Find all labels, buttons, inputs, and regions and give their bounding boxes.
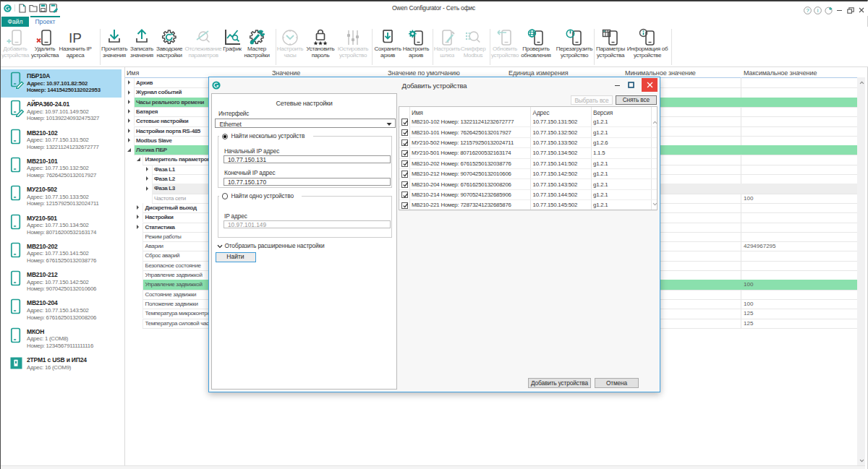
svg-text:?: ?	[806, 7, 809, 14]
svg-text:i: i	[817, 7, 819, 14]
svg-text:IP: IP	[69, 30, 82, 46]
